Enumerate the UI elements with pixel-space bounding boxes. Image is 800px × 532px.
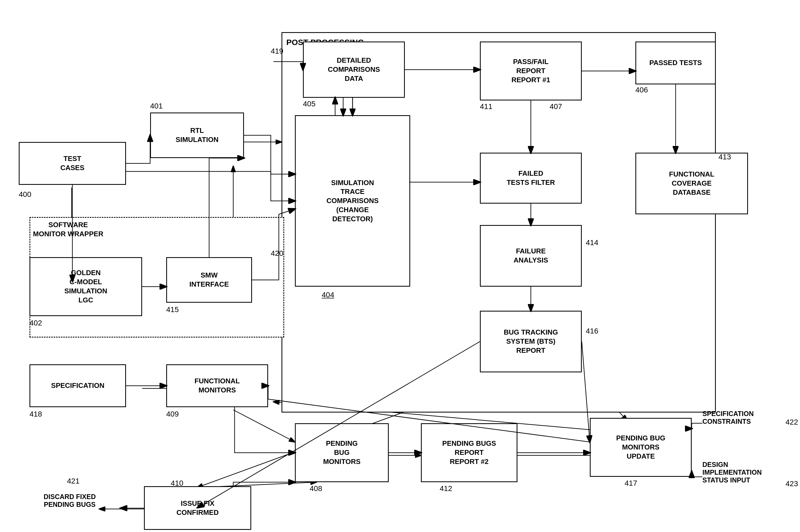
num-419: 419	[271, 47, 284, 55]
pass-fail-box: PASS/FAILREPORTREPORT #1	[480, 41, 582, 100]
sim-trace-box: SIMULATIONTRACECOMPARISONS(CHANGEDETECTO…	[295, 115, 410, 287]
func-monitors-box: FUNCTIONALMONITORS	[166, 364, 268, 407]
specification-box: SPECIFICATION	[30, 364, 126, 407]
discard-fixed-label: DISCARD FIXEDPENDING BUGS	[19, 493, 121, 509]
spec-constraints-label: SPECIFICATIONCONSTRAINTS	[703, 410, 794, 425]
svg-line-15	[233, 410, 295, 442]
num-418: 418	[30, 410, 42, 418]
num-420: 420	[271, 249, 284, 258]
num-416: 416	[586, 327, 598, 335]
num-402: 402	[30, 319, 42, 327]
num-417: 417	[625, 479, 637, 488]
num-404: 404	[322, 291, 334, 299]
golden-c-box: GOLDENC-MODELSIMULATIONLGC	[30, 257, 142, 316]
rtl-sim-box: RTLSIMULATION	[150, 113, 244, 158]
num-410: 410	[171, 479, 183, 488]
passed-tests-box: PASSED TESTS	[635, 41, 716, 84]
num-407: 407	[550, 102, 562, 111]
num-412: 412	[440, 484, 452, 493]
num-400: 400	[19, 190, 31, 199]
detailed-comp-box: DETAILEDCOMPARISONSDATA	[303, 41, 405, 98]
num-406: 406	[635, 86, 648, 94]
failure-analysis-box: FAILUREANALYSIS	[480, 225, 582, 287]
design-impl-label: DESIGNIMPLEMENTATIONSTATUS INPUT	[703, 461, 794, 484]
func-coverage-box: FUNCTIONALCOVERAGEDATABASE	[635, 153, 748, 214]
num-405: 405	[303, 100, 315, 108]
bug-tracking-box: BUG TRACKINGSYSTEM (BTS)REPORT	[480, 311, 582, 372]
software-monitor-label: SOFTWAREMONITOR WRAPPER	[33, 221, 103, 239]
pending-bug-mon-box: PENDINGBUGMONITORS	[295, 423, 389, 482]
test-cases-box: TESTCASES	[19, 142, 126, 185]
pending-bugs-report-box: PENDING BUGSREPORTREPORT #2	[421, 423, 517, 482]
diagram: POST PROCESSING SOFTWAREMONITOR WRAPPER …	[0, 0, 800, 532]
num-409: 409	[166, 410, 179, 418]
smw-interface-box: SMWINTERFACE	[166, 257, 252, 303]
pending-bug-update-box: PENDING BUGMONITORSUPDATE	[590, 418, 692, 477]
num-401: 401	[150, 102, 163, 110]
num-413: 413	[719, 153, 731, 161]
num-411: 411	[480, 102, 492, 111]
num-421: 421	[67, 477, 79, 486]
num-415: 415	[166, 305, 179, 314]
issue-fix-box: ISSUE FIXCONFIRMED	[144, 486, 251, 530]
num-422: 422	[785, 418, 798, 426]
num-408: 408	[310, 484, 322, 493]
failed-filter-box: FAILEDTESTS FILTER	[480, 153, 582, 204]
num-414: 414	[586, 239, 598, 247]
num-423: 423	[785, 479, 798, 488]
